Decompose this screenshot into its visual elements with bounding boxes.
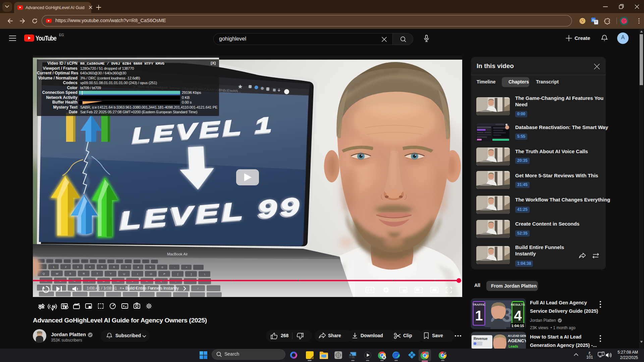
- svg-text:Leads: Leads: [508, 345, 518, 348]
- svg-text:AI LEAD GEN: AI LEAD GEN: [508, 334, 526, 338]
- svg-text:1:04:15: 1:04:15: [512, 324, 524, 328]
- svg-text:Revenue: Revenue: [474, 337, 488, 341]
- svg-text:4: 4: [514, 308, 522, 323]
- svg-text:RESULTS: RESULTS: [511, 303, 525, 306]
- svg-text:AGENCY: AGENCY: [508, 338, 526, 343]
- svg-text:1: 1: [475, 308, 483, 323]
- svg-text:MacBook Air: MacBook Air: [167, 252, 188, 256]
- svg-text:TRAFFIC: TRAFFIC: [473, 303, 486, 306]
